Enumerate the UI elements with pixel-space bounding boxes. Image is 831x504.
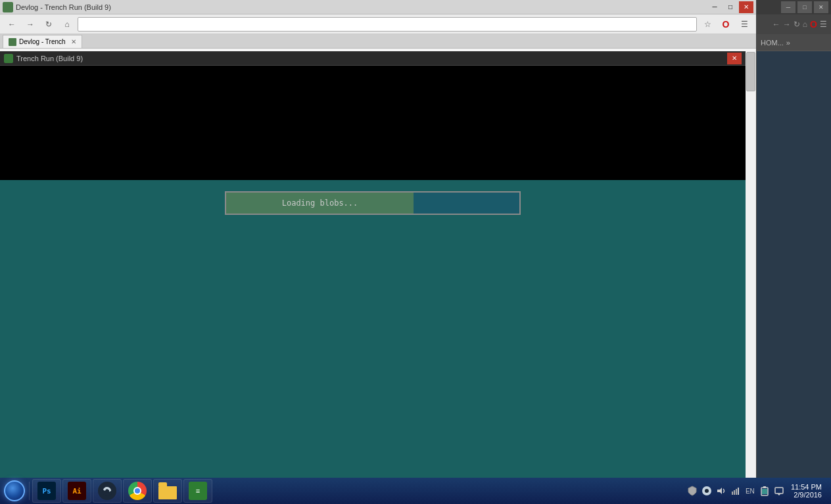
opera-icon-btn[interactable]: O [718, 16, 734, 32]
browser-title: Devlog - Trench Run (Build 9) [16, 3, 707, 11]
opera-sidebar: ─ □ ✕ ← → ↻ ⌂ O ☰ HOM... » [756, 0, 831, 504]
steam-icon [98, 482, 116, 500]
sidebar-home-label: HOM... [761, 39, 784, 47]
tab-favicon [9, 38, 16, 46]
svg-marker-8 [717, 488, 722, 494]
game-container: Trench Run (Build 9) ✕ Loading blobs... [0, 51, 746, 478]
taskbar-illustrator[interactable]: Ai [62, 479, 91, 503]
system-tray: EN 11:54 PM 2/9/2016 [686, 483, 828, 499]
maximize-button[interactable]: □ [723, 1, 738, 13]
sidebar-opera-logo[interactable]: O [810, 19, 817, 30]
taskbar-explorer[interactable] [153, 479, 182, 503]
browser-titlebar: Devlog - Trench Run (Build 9) ─ □ ✕ [0, 0, 756, 14]
back-button[interactable]: ← [4, 16, 20, 32]
action-center-icon[interactable] [772, 484, 786, 497]
chrome-icon [128, 482, 147, 500]
game-play-area: Loading blobs... [0, 180, 746, 492]
scrollbar[interactable] [746, 51, 756, 472]
svg-point-5 [106, 490, 109, 493]
window-controls: ─ □ ✕ [707, 1, 753, 13]
loading-bar-empty [414, 193, 519, 214]
taskbar-chrome[interactable] [123, 479, 152, 503]
svg-rect-14 [763, 486, 766, 488]
game-render-area [0, 66, 746, 180]
sidebar-close[interactable]: ✕ [814, 1, 828, 13]
tab-close-button[interactable]: ✕ [71, 38, 76, 45]
illustrator-icon: Ai [68, 482, 86, 500]
photoshop-icon: Ps [37, 482, 56, 500]
game-window-title: Trench Run (Build 9) [16, 55, 727, 62]
svg-rect-16 [775, 488, 783, 493]
loading-bar-fill: Loading blobs... [226, 193, 414, 214]
browser-toolbar: ← → ↻ ⌂ ☆ O ☰ [0, 14, 756, 34]
sidebar-refresh-icon[interactable]: ↻ [794, 20, 800, 29]
bookmark-button[interactable]: ☆ [700, 16, 715, 32]
network-tray-icon[interactable] [729, 484, 742, 497]
sidebar-more-button[interactable]: » [786, 39, 790, 47]
menu-button[interactable]: ☰ [736, 16, 752, 32]
clock-date: 2/9/2016 [794, 491, 822, 499]
onenote-icon: ≡ [189, 482, 207, 500]
sidebar-back-icon[interactable]: ← [772, 20, 780, 29]
sidebar-menu-icon[interactable]: ☰ [820, 20, 827, 29]
svg-rect-15 [762, 489, 767, 494]
game-favicon [4, 54, 13, 63]
start-orb [4, 480, 25, 501]
taskbar-steam[interactable] [93, 479, 122, 503]
svg-rect-12 [738, 488, 739, 495]
game-close-button[interactable]: ✕ [727, 53, 742, 64]
security-tray-icon[interactable] [686, 484, 699, 497]
loading-bar-container: Loading blobs... [225, 191, 521, 215]
forward-button[interactable]: → [22, 16, 38, 32]
taskbar-divider-1 [29, 482, 30, 500]
close-button[interactable]: ✕ [739, 1, 753, 13]
taskbar: Ps Ai [0, 478, 831, 504]
scrollbar-thumb[interactable] [746, 52, 755, 91]
language-label: EN [746, 488, 755, 495]
taskbar-photoshop[interactable]: Ps [32, 479, 61, 503]
power-tray-icon[interactable] [758, 484, 771, 497]
tab-strip: Devlog - Trench ✕ [0, 34, 756, 49]
svg-point-7 [705, 489, 709, 493]
volume-tray-icon[interactable] [715, 484, 728, 497]
svg-rect-9 [732, 492, 733, 495]
tab-label: Devlog - Trench [19, 38, 66, 45]
address-bar[interactable] [78, 17, 697, 32]
steam-tray-icon[interactable] [700, 484, 713, 497]
sidebar-minimize[interactable]: ─ [781, 1, 795, 13]
language-tray-icon[interactable]: EN [744, 484, 757, 497]
sidebar-forward-icon[interactable]: → [783, 20, 791, 29]
taskbar-onenote[interactable]: ≡ [183, 479, 212, 503]
svg-rect-11 [736, 489, 737, 495]
browser-favicon [3, 2, 13, 12]
home-button[interactable]: ⌂ [59, 16, 75, 32]
clock[interactable]: 11:54 PM 2/9/2016 [788, 483, 824, 499]
refresh-button[interactable]: ↻ [41, 16, 57, 32]
sidebar-maximize[interactable]: □ [797, 1, 812, 13]
start-button[interactable] [3, 479, 26, 503]
tray-icons-cluster: EN [686, 484, 786, 497]
loading-text: Loading blobs... [282, 198, 358, 208]
minimize-button[interactable]: ─ [707, 1, 722, 13]
browser-tab-active[interactable]: Devlog - Trench ✕ [3, 35, 82, 48]
sidebar-home-icon[interactable]: ⌂ [803, 20, 807, 29]
svg-rect-10 [734, 490, 735, 495]
explorer-icon [158, 482, 177, 500]
sidebar-content [757, 51, 831, 504]
browser-window: Devlog - Trench Run (Build 9) ─ □ ✕ ← → … [0, 0, 756, 504]
clock-time: 11:54 PM [791, 483, 822, 491]
